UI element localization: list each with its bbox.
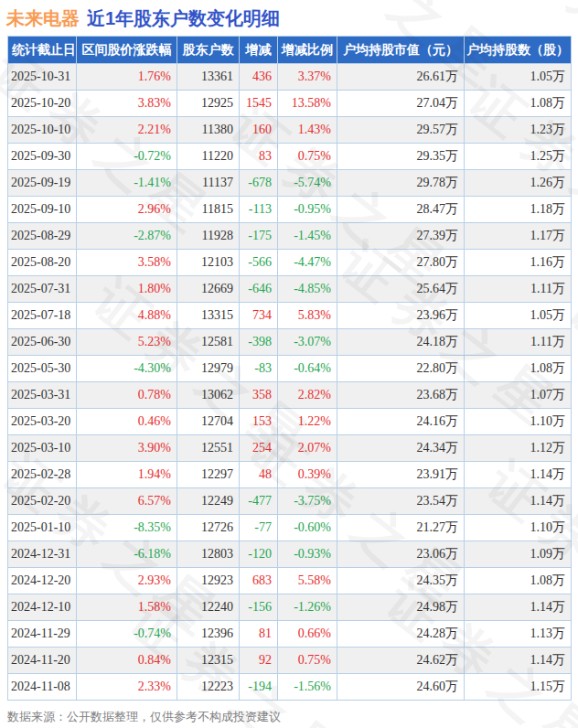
cell-date: 2025-08-29 (8, 223, 77, 250)
cell-avg-shares: 1.14万 (465, 648, 572, 674)
cell-avg-shares: 1.05万 (465, 64, 572, 91)
table-row: 2025-03-200.46%127041531.22%24.16万1.10万 (8, 409, 572, 435)
cell-date: 2025-07-31 (8, 276, 77, 303)
cell-change: 48 (240, 462, 278, 488)
cell-avg-shares: 1.26万 (465, 170, 572, 197)
cell-date: 2025-09-19 (8, 170, 77, 197)
cell-holder-count: 12240 (177, 594, 240, 621)
cell-change: -194 (240, 674, 278, 701)
cell-change: -646 (240, 276, 278, 303)
cell-date: 2024-12-31 (8, 541, 77, 568)
cell-avg-market-value: 24.28万 (337, 621, 465, 648)
cell-avg-shares: 1.05万 (465, 303, 572, 329)
table-row: 2025-03-103.90%125512542.07%24.34万1.12万 (8, 435, 572, 462)
cell-change: -398 (240, 329, 278, 356)
cell-avg-shares: 1.15万 (465, 674, 572, 701)
cell-avg-market-value: 24.16万 (337, 409, 465, 435)
cell-avg-shares: 1.11万 (465, 276, 572, 303)
cell-date: 2024-12-20 (8, 568, 77, 594)
cell-avg-market-value: 24.62万 (337, 648, 465, 674)
table-row: 2025-10-311.76%133614363.37%26.61万1.05万 (8, 64, 572, 91)
cell-price-change-pct: 1.94% (77, 462, 177, 488)
cell-date: 2024-12-10 (8, 594, 77, 621)
cell-price-change-pct: 2.33% (77, 674, 177, 701)
table-row: 2024-12-31-6.18%12803-120-0.93%23.06万1.0… (8, 541, 572, 568)
cell-avg-market-value: 24.18万 (337, 329, 465, 356)
cell-avg-market-value: 29.57万 (337, 117, 465, 144)
data-source-note: 数据来源：公开数据整理，仅供参考不构成投资建议 (7, 709, 578, 725)
cell-price-change-pct: 2.96% (77, 197, 177, 223)
cell-date: 2025-01-10 (8, 515, 77, 541)
cell-change: 436 (240, 64, 278, 91)
cell-holder-count: 12803 (177, 541, 240, 568)
cell-holder-count: 12704 (177, 409, 240, 435)
cell-change-ratio: -0.93% (278, 541, 337, 568)
table-row: 2025-09-19-1.41%11137-678-5.74%29.78万1.2… (8, 170, 572, 197)
cell-price-change-pct: 2.21% (77, 117, 177, 144)
column-header-avg-market-value: 户均持股市值（元） (337, 37, 465, 64)
cell-date: 2025-10-31 (8, 64, 77, 91)
cell-date: 2024-11-29 (8, 621, 77, 648)
column-header-date: 统计截止日 (8, 37, 77, 64)
cell-date: 2025-07-18 (8, 303, 77, 329)
cell-change-ratio: 2.82% (278, 382, 337, 409)
cell-holder-count: 13315 (177, 303, 240, 329)
column-header-holder-count: 股东户数 (177, 37, 240, 64)
cell-avg-shares: 1.16万 (465, 250, 572, 276)
cell-avg-market-value: 22.80万 (337, 356, 465, 382)
cell-change: 160 (240, 117, 278, 144)
cell-price-change-pct: 5.23% (77, 329, 177, 356)
cell-avg-shares: 1.14万 (465, 594, 572, 621)
shareholder-table: 统计截止日区间股价涨跌幅股东户数增减增减比例户均持股市值（元）户均持股数（股） … (7, 36, 572, 701)
cell-avg-market-value: 27.39万 (337, 223, 465, 250)
cell-price-change-pct: 0.46% (77, 409, 177, 435)
cell-change: 81 (240, 621, 278, 648)
cell-change: 683 (240, 568, 278, 594)
table-row: 2024-12-202.93%129236835.58%24.35万1.08万 (8, 568, 572, 594)
cell-price-change-pct: 4.88% (77, 303, 177, 329)
cell-holder-count: 12923 (177, 568, 240, 594)
cell-avg-shares: 1.14万 (465, 488, 572, 515)
table-row: 2025-08-29-2.87%11928-175-1.45%27.39万1.1… (8, 223, 572, 250)
cell-change-ratio: -4.85% (278, 276, 337, 303)
table-row: 2025-10-203.83%12925154513.58%27.04万1.08… (8, 91, 572, 117)
table-row: 2024-12-101.58%12240-156-1.26%24.98万1.14… (8, 594, 572, 621)
cell-avg-shares: 1.12万 (465, 435, 572, 462)
cell-date: 2024-11-20 (8, 648, 77, 674)
table-row: 2025-03-310.78%130623582.82%23.68万1.07万 (8, 382, 572, 409)
cell-date: 2025-03-20 (8, 409, 77, 435)
page: 证券之星证券之星证券之星证券之星证券之星证券之星证券之星证券之星证券之星证券之星… (0, 0, 578, 728)
table-row: 2025-06-305.23%12581-398-3.07%24.18万1.11… (8, 329, 572, 356)
cell-change-ratio: -3.75% (278, 488, 337, 515)
cell-date: 2025-03-10 (8, 435, 77, 462)
cell-holder-count: 12396 (177, 621, 240, 648)
cell-avg-market-value: 27.80万 (337, 250, 465, 276)
cell-change: -77 (240, 515, 278, 541)
cell-price-change-pct: -0.74% (77, 621, 177, 648)
cell-avg-shares: 1.11万 (465, 329, 572, 356)
cell-date: 2025-02-28 (8, 462, 77, 488)
table-row: 2025-10-102.21%113801601.43%29.57万1.23万 (8, 117, 572, 144)
cell-holder-count: 12315 (177, 648, 240, 674)
cell-change-ratio: 0.75% (278, 648, 337, 674)
table-row: 2025-02-206.57%12249-477-3.75%23.54万1.14… (8, 488, 572, 515)
cell-avg-market-value: 24.35万 (337, 568, 465, 594)
cell-change: 83 (240, 144, 278, 170)
table-row: 2024-11-29-0.74%12396810.66%24.28万1.13万 (8, 621, 572, 648)
cell-avg-market-value: 25.64万 (337, 276, 465, 303)
table-row: 2025-02-281.94%12297480.39%23.91万1.14万 (8, 462, 572, 488)
cell-avg-shares: 1.08万 (465, 356, 572, 382)
cell-avg-market-value: 23.91万 (337, 462, 465, 488)
cell-holder-count: 11137 (177, 170, 240, 197)
cell-avg-shares: 1.14万 (465, 462, 572, 488)
cell-price-change-pct: -0.72% (77, 144, 177, 170)
cell-holder-count: 12103 (177, 250, 240, 276)
table-row: 2025-07-311.80%12669-646-4.85%25.64万1.11… (8, 276, 572, 303)
cell-date: 2024-11-08 (8, 674, 77, 701)
cell-change: 734 (240, 303, 278, 329)
table-row: 2024-11-082.33%12223-194-1.56%24.60万1.15… (8, 674, 572, 701)
cell-price-change-pct: 0.78% (77, 382, 177, 409)
cell-avg-market-value: 23.96万 (337, 303, 465, 329)
cell-avg-market-value: 21.27万 (337, 515, 465, 541)
table-row: 2025-01-10-8.35%12726-77-0.60%21.27万1.10… (8, 515, 572, 541)
